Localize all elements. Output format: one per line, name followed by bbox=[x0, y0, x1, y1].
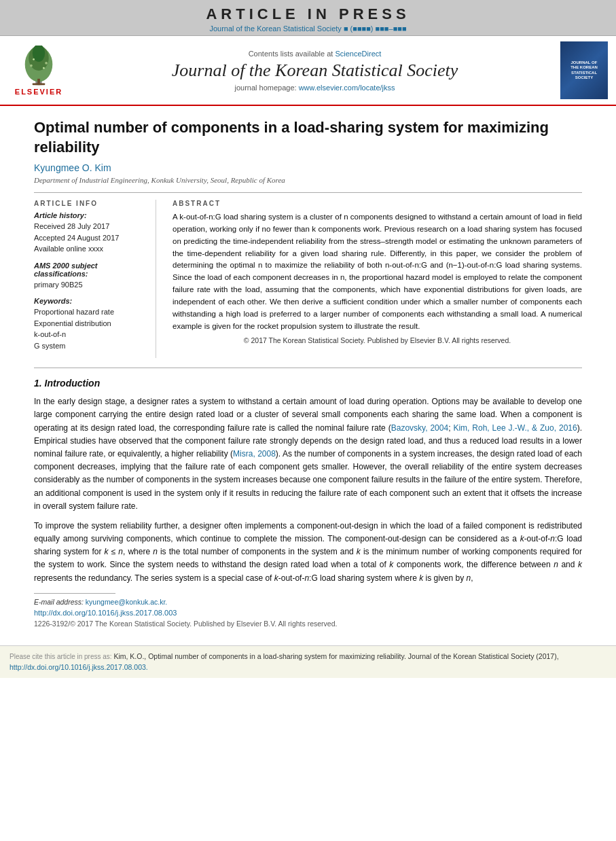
homepage-link[interactable]: www.elsevier.com/locate/jkss bbox=[299, 84, 395, 92]
svg-point-6 bbox=[33, 58, 35, 60]
article-info-abstract: ARTICLE INFO Article history: Received 2… bbox=[34, 200, 582, 358]
abstract-heading: ABSTRACT bbox=[173, 200, 582, 207]
ref-misra[interactable]: Misra, 2008 bbox=[233, 449, 276, 459]
accepted-date: Accepted 24 August 2017 bbox=[34, 232, 145, 244]
journal-cover: JOURNAL OF THE KOREAN STATISTICAL SOCIET… bbox=[560, 41, 608, 99]
sciencedirect-link[interactable]: ScienceDirect bbox=[335, 50, 381, 58]
keywords-label: Keywords: bbox=[34, 297, 145, 305]
footnote-email: E-mail address: kyungmee@konkuk.ac.kr. bbox=[34, 598, 582, 606]
svg-point-4 bbox=[30, 64, 33, 67]
available-date: Available online xxxx bbox=[34, 243, 145, 255]
aip-text: ARTICLE IN PRESS bbox=[0, 5, 616, 23]
keyword-4: G system bbox=[34, 340, 145, 352]
keyword-3: k-out-of-n bbox=[34, 329, 145, 340]
svg-rect-9 bbox=[33, 83, 45, 85]
intro-para-2: To improve the system reliability furthe… bbox=[34, 520, 582, 585]
notice-doi-link[interactable]: http://dx.doi.org/10.1016/j.jkss.2017.08… bbox=[10, 663, 148, 671]
issn-line: 1226-3192/© 2017 The Korean Statistical … bbox=[34, 620, 582, 628]
doi-link[interactable]: http://dx.doi.org/10.1016/j.jkss.2017.08… bbox=[34, 609, 582, 617]
contents-line: Contents lists available at ScienceDirec… bbox=[76, 50, 554, 58]
title-divider bbox=[34, 192, 582, 193]
intro-section-title: 1. Introduction bbox=[34, 378, 582, 389]
main-content: Optimal number of components in a load-s… bbox=[0, 106, 616, 645]
email-label: E-mail address: bbox=[34, 598, 86, 606]
journal-center: Contents lists available at ScienceDirec… bbox=[76, 50, 554, 92]
journal-title-header: Journal of the Korean Statistical Societ… bbox=[76, 60, 554, 81]
history-block: Article history: Received 28 July 2017 A… bbox=[34, 211, 145, 255]
article-info-col: ARTICLE INFO Article history: Received 2… bbox=[34, 200, 156, 358]
notice-label: Please cite this article in press as: bbox=[10, 653, 113, 660]
history-label: Article history: bbox=[34, 211, 145, 219]
journal-ref: Journal of the Korean Statistical Societ… bbox=[0, 24, 616, 33]
abstract-text: A k-out-of-n:G load sharing system is a … bbox=[173, 211, 582, 332]
abstract-col: ABSTRACT A k-out-of-n:G load sharing sys… bbox=[173, 200, 582, 358]
section-divider-1 bbox=[34, 368, 582, 368]
svg-point-7 bbox=[43, 67, 45, 69]
keyword-2: Exponential distribution bbox=[34, 318, 145, 329]
keywords-block: Keywords: Proportional hazard rate Expon… bbox=[34, 297, 145, 351]
journal-homepage: journal homepage: www.elsevier.com/locat… bbox=[76, 84, 554, 92]
ref-bazovsky[interactable]: Bazovsky, 2004 bbox=[391, 423, 448, 433]
elsevier-logo: ELSEVIER bbox=[8, 46, 69, 96]
elsevier-label: ELSEVIER bbox=[15, 88, 62, 96]
copyright-line: © 2017 The Korean Statistical Society. P… bbox=[173, 336, 582, 344]
elsevier-tree-icon bbox=[12, 46, 66, 86]
article-info-heading: ARTICLE INFO bbox=[34, 200, 145, 207]
intro-para-1: In the early design stage, a designer ra… bbox=[34, 395, 582, 513]
page: ARTICLE IN PRESS Journal of the Korean S… bbox=[0, 0, 616, 841]
ref-kim-roh[interactable]: Kim, Roh, Lee J.-W., & Zuo, 2016 bbox=[453, 423, 577, 433]
journal-header: ELSEVIER Contents lists available at Sci… bbox=[0, 36, 616, 106]
footnote-divider bbox=[34, 593, 115, 594]
article-title: Optimal number of components in a load-s… bbox=[34, 118, 582, 157]
affiliation: Department of Industrial Engineering, Ko… bbox=[34, 176, 582, 184]
bottom-notice: Please cite this article in press as: Ki… bbox=[0, 645, 616, 679]
notice-text: Kim, K.O., Optimal number of components … bbox=[113, 652, 558, 660]
ams-value: primary 90B25 bbox=[34, 279, 145, 291]
ams-block: AMS 2000 subject classifications: primar… bbox=[34, 262, 145, 291]
received-date: Received 28 July 2017 bbox=[34, 221, 145, 232]
svg-point-5 bbox=[45, 62, 48, 65]
keyword-1: Proportional hazard rate bbox=[34, 306, 145, 318]
aip-banner: ARTICLE IN PRESS Journal of the Korean S… bbox=[0, 0, 616, 36]
ams-label: AMS 2000 subject classifications: bbox=[34, 262, 145, 278]
author-name: Kyungmee O. Kim bbox=[34, 162, 582, 173]
email-link[interactable]: kyungmee@konkuk.ac.kr. bbox=[86, 598, 167, 606]
